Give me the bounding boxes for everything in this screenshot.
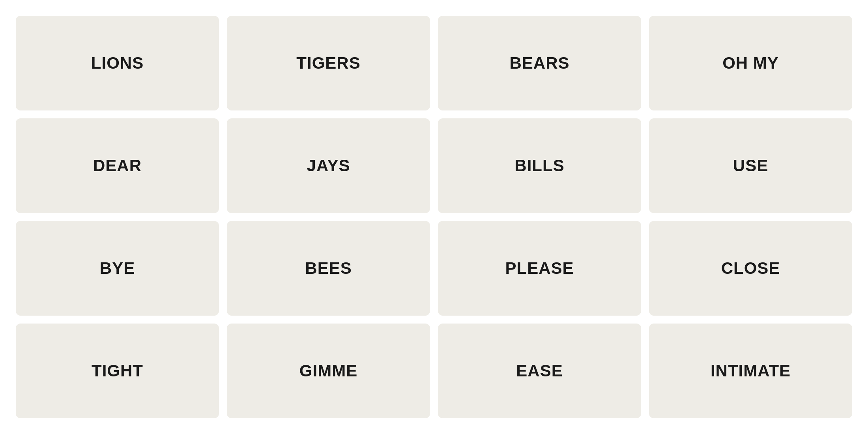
cell-label-bees: BEES (305, 259, 352, 278)
grid-cell-jays[interactable]: JAYS (227, 118, 430, 213)
grid-cell-gimme[interactable]: GIMME (227, 324, 430, 418)
cell-label-intimate: INTIMATE (711, 361, 791, 380)
cell-label-bears: BEARS (509, 54, 569, 73)
grid-cell-intimate[interactable]: INTIMATE (649, 324, 852, 418)
grid-cell-close[interactable]: CLOSE (649, 221, 852, 316)
cell-label-oh-my: OH MY (722, 54, 779, 73)
grid-cell-bills[interactable]: BILLS (438, 118, 641, 213)
grid-cell-bye[interactable]: BYE (16, 221, 219, 316)
cell-label-dear: DEAR (93, 156, 142, 175)
word-grid: LIONSTIGERSBEARSOH MYDEARJAYSBILLSUSEBYE… (0, 0, 868, 434)
cell-label-please: PLEASE (505, 259, 574, 278)
cell-label-ease: EASE (516, 361, 563, 380)
cell-label-tight: TIGHT (92, 361, 143, 380)
grid-cell-ease[interactable]: EASE (438, 324, 641, 418)
cell-label-lions: LIONS (91, 54, 144, 73)
grid-cell-tigers[interactable]: TIGERS (227, 16, 430, 110)
grid-cell-dear[interactable]: DEAR (16, 118, 219, 213)
cell-label-gimme: GIMME (299, 361, 357, 380)
grid-cell-bees[interactable]: BEES (227, 221, 430, 316)
grid-cell-use[interactable]: USE (649, 118, 852, 213)
cell-label-jays: JAYS (307, 156, 350, 175)
grid-cell-oh-my[interactable]: OH MY (649, 16, 852, 110)
cell-label-close: CLOSE (721, 259, 780, 278)
grid-cell-lions[interactable]: LIONS (16, 16, 219, 110)
grid-cell-tight[interactable]: TIGHT (16, 324, 219, 418)
cell-label-bye: BYE (100, 259, 135, 278)
grid-cell-bears[interactable]: BEARS (438, 16, 641, 110)
grid-cell-please[interactable]: PLEASE (438, 221, 641, 316)
cell-label-bills: BILLS (514, 156, 564, 175)
cell-label-use: USE (733, 156, 768, 175)
cell-label-tigers: TIGERS (296, 54, 360, 73)
